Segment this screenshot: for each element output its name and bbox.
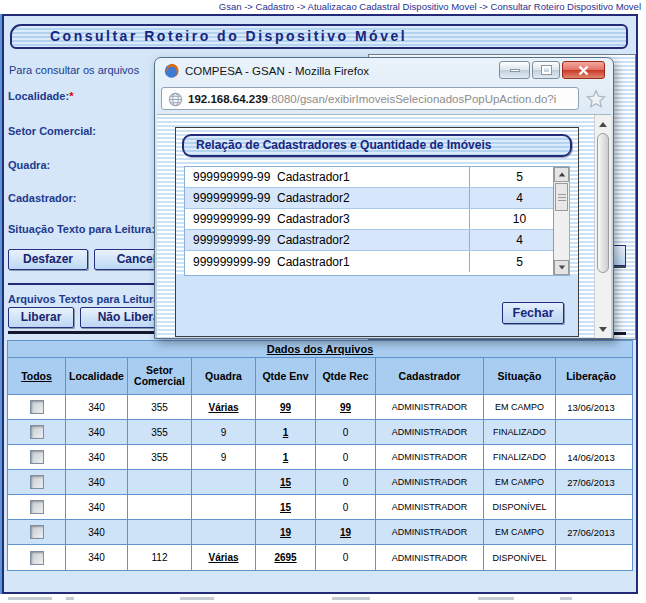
column-header-label: Liberação [566, 371, 616, 382]
section-label-arquivos: Arquivos Textos para Leitura [8, 293, 159, 305]
column-header-label: Situação [498, 371, 542, 382]
situacao-cell-value: EM CAMPO [495, 402, 544, 412]
cadastrador-cell: ADMINISTRADOR [376, 520, 484, 544]
liberar-button[interactable]: Liberar [8, 307, 74, 328]
qtde-rec-cell: 99 [316, 395, 376, 419]
url-input[interactable]: 192.168.64.239:8080/gsan/exibirImoveisSe… [161, 87, 579, 110]
cadastrador-cell-value: ADMINISTRADOR [392, 402, 468, 412]
localidade-cell: 340 [66, 495, 128, 519]
liberacao-cell [556, 545, 626, 570]
qtde-env-cell: 1 [256, 420, 316, 444]
column-header-5: Qtde Rec [316, 358, 376, 394]
intro-text: Para consultar os arquivos [9, 64, 139, 76]
scrollbar-thumb[interactable] [555, 183, 568, 211]
localidade-cell: 340 [66, 395, 128, 419]
qtde-rec-cell-value: 0 [343, 502, 349, 513]
scroll-up-icon [599, 122, 607, 127]
cadastrador-name-cell: 999999999-99Cadastrador1 [185, 167, 469, 187]
fechar-button[interactable]: Fechar [502, 302, 564, 324]
close-button[interactable] [562, 61, 605, 79]
quadra-cell: 9 [192, 420, 256, 444]
bookmark-star-icon[interactable] [586, 89, 606, 109]
qtde-env-cell: 99 [256, 395, 316, 419]
row-checkbox[interactable] [30, 475, 44, 489]
scroll-up-button[interactable] [595, 116, 611, 132]
cutoff-content [560, 597, 572, 600]
qtde-env-cell: 19 [256, 520, 316, 544]
column-header-label: Qtde Env [262, 371, 308, 382]
qtde-env-cell-link[interactable]: 99 [280, 402, 291, 413]
qtde-env-cell-link[interactable]: 2695 [274, 552, 296, 563]
situacao-cell-value: DISPONÍVEL [492, 502, 546, 512]
cadastradores-table-body: 999999999-99Cadastrador15999999999-99Cad… [185, 167, 569, 272]
localidade-cell-value: 340 [88, 502, 105, 513]
firefox-icon [163, 62, 180, 79]
cadastrador-name: Cadastrador2 [277, 191, 350, 205]
row-checkbox[interactable] [30, 525, 44, 539]
row-checkbox[interactable] [30, 450, 44, 464]
column-header-4: Qtde Env [256, 358, 316, 394]
files-table-header: TodosLocalidadeSetor ComercialQuadraQtde… [8, 358, 632, 395]
select-all-link[interactable]: Todos [21, 371, 52, 382]
scroll-down-button[interactable] [554, 260, 569, 275]
column-header-label: Setor Comercial [128, 365, 191, 387]
cadastrador-code: 999999999-99 [185, 255, 277, 269]
label-quadra: Quadra: [8, 159, 50, 171]
qtde-env-cell-link[interactable]: 1 [283, 427, 289, 438]
popup-titlebar[interactable]: COMPESA - GSAN - Mozilla Firefox [155, 58, 613, 83]
popup-panel: Relação de Cadastradores e Quantidade de… [175, 127, 579, 337]
restore-button[interactable] [532, 61, 560, 79]
cutoff-content [332, 597, 370, 600]
liberacao-cell-value: 27/06/2013 [567, 477, 615, 488]
qtde-rec-cell: 19 [316, 520, 376, 544]
situacao-cell-value: FINALIZADO [493, 452, 546, 462]
column-header-0[interactable]: Todos [8, 358, 66, 394]
row-checkbox[interactable] [30, 425, 44, 439]
qtde-env-cell-link[interactable]: 19 [280, 527, 291, 538]
qtde-env-cell-link[interactable]: 15 [280, 477, 291, 488]
situacao-cell-value: FINALIZADO [493, 427, 546, 437]
qtde-rec-cell-value: 0 [343, 477, 349, 488]
cadastrador-cell-value: ADMINISTRADOR [392, 427, 468, 437]
cadastrador-row: 999999999-99Cadastrador310 [185, 209, 569, 230]
table-row: 340112Várias26950ADMINISTRADORDISPONÍVEL [8, 545, 632, 570]
scroll-down-button[interactable] [595, 321, 611, 337]
cadastrador-cell: ADMINISTRADOR [376, 420, 484, 444]
qtde-env-cell-link[interactable]: 1 [283, 452, 289, 463]
localidade-cell-value: 340 [88, 427, 105, 438]
cadastrador-cell-value: ADMINISTRADOR [392, 502, 468, 512]
label-cadastrador: Cadastrador: [8, 192, 76, 204]
localidade-cell-value: 340 [88, 527, 105, 538]
column-header-label: Cadastrador [399, 371, 461, 382]
quadra-cell-link[interactable]: Várias [208, 402, 238, 413]
qtde-env-cell-link[interactable]: 15 [280, 502, 291, 513]
scroll-up-button[interactable] [554, 167, 569, 182]
scroll-down-icon [558, 266, 564, 270]
scrollbar-thumb[interactable] [597, 133, 609, 273]
cadastrador-row: 999999999-99Cadastrador24 [185, 188, 569, 209]
cadastrador-code: 999999999-99 [185, 191, 277, 205]
quadra-cell: 9 [192, 445, 256, 469]
setor-cell: 355 [128, 420, 192, 444]
column-header-8: Liberação [556, 358, 626, 394]
liberacao-cell-value: 13/06/2013 [567, 402, 615, 413]
desfazer-button[interactable]: Desfazer [8, 249, 88, 270]
situacao-cell: EM CAMPO [484, 395, 556, 419]
row-checkbox[interactable] [30, 400, 44, 414]
localidade-cell: 340 [66, 445, 128, 469]
inner-scrollbar [553, 167, 569, 275]
minimize-button[interactable] [499, 61, 530, 79]
setor-cell [128, 520, 192, 544]
liberacao-cell: 14/06/2013 [556, 445, 626, 469]
qtde-rec-cell-link[interactable]: 99 [340, 402, 351, 413]
quadra-cell-link[interactable]: Várias [208, 552, 238, 563]
quadra-cell [192, 520, 256, 544]
table-row: 340150ADMINISTRADORDISPONÍVEL [8, 495, 632, 520]
qtde-rec-cell-link[interactable]: 19 [340, 527, 351, 538]
cadastrador-cell: ADMINISTRADOR [376, 470, 484, 494]
breadcrumb[interactable]: Gsan -> Cadastro -> Atualizacao Cadastra… [0, 1, 641, 12]
row-checkbox[interactable] [30, 551, 44, 565]
row-checkbox[interactable] [30, 500, 44, 514]
column-header-3: Quadra [192, 358, 256, 394]
liberacao-cell: 27/06/2013 [556, 520, 626, 544]
